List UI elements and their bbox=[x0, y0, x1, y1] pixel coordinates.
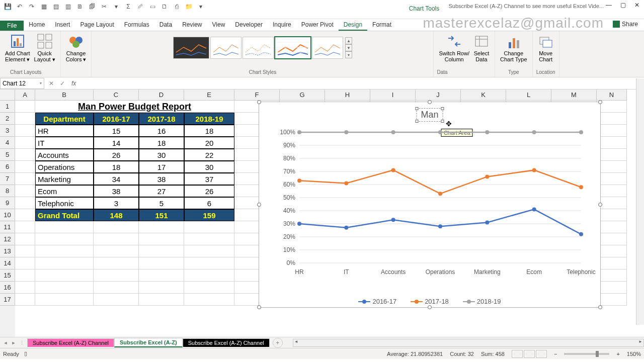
cell[interactable]: 18 bbox=[139, 137, 184, 149]
column-header[interactable]: D bbox=[139, 89, 184, 101]
qat-btn[interactable]: ␥ bbox=[135, 1, 146, 12]
cell[interactable] bbox=[184, 257, 234, 269]
cell[interactable] bbox=[15, 282, 35, 294]
redo-icon[interactable]: ↷ bbox=[26, 1, 37, 12]
cell[interactable] bbox=[597, 209, 627, 221]
row-header[interactable]: 7 bbox=[0, 173, 15, 185]
move-chart-button[interactable]: Move Chart bbox=[536, 32, 556, 63]
cell[interactable] bbox=[94, 294, 139, 306]
row-header[interactable]: 15 bbox=[0, 269, 15, 282]
cell[interactable]: Accounts bbox=[35, 149, 94, 161]
column-header[interactable]: M bbox=[551, 89, 597, 101]
column-header[interactable]: B bbox=[35, 89, 94, 101]
cell[interactable] bbox=[139, 257, 184, 269]
cell[interactable] bbox=[597, 173, 627, 185]
cell[interactable] bbox=[184, 233, 234, 245]
chart-legend[interactable]: 2016-17 2017-18 2018-19 bbox=[259, 298, 600, 305]
chart-title[interactable]: Man ✥ Chart Area bbox=[416, 108, 443, 122]
cell[interactable] bbox=[15, 161, 35, 173]
row-header[interactable]: 17 bbox=[0, 294, 15, 306]
cell[interactable] bbox=[597, 221, 627, 233]
row-header[interactable]: 13 bbox=[0, 245, 15, 257]
cell[interactable] bbox=[597, 113, 627, 125]
cell[interactable] bbox=[15, 125, 35, 137]
cell[interactable]: Ecom bbox=[35, 185, 94, 197]
cell[interactable]: 18 bbox=[94, 161, 139, 173]
embedded-chart[interactable]: Man ✥ Chart Area 0%10%20%30%40%50%60%70%… bbox=[259, 102, 601, 308]
share-button[interactable]: Share bbox=[609, 19, 642, 29]
legend-item[interactable]: 2016-17 bbox=[358, 298, 396, 305]
resize-handle[interactable] bbox=[428, 100, 432, 104]
ribbon-tab-view[interactable]: View bbox=[207, 20, 230, 31]
resize-handle[interactable] bbox=[257, 100, 261, 104]
cell[interactable]: 5 bbox=[139, 197, 184, 209]
row-header[interactable]: 14 bbox=[0, 257, 15, 269]
cell[interactable] bbox=[139, 221, 184, 233]
cell[interactable]: 17 bbox=[139, 161, 184, 173]
normal-view-icon[interactable] bbox=[512, 350, 523, 358]
column-header[interactable]: A bbox=[15, 89, 35, 101]
zoom-slider[interactable] bbox=[564, 353, 609, 355]
cell[interactable]: HR bbox=[35, 125, 94, 137]
cell[interactable]: 20 bbox=[184, 137, 234, 149]
cell[interactable] bbox=[94, 282, 139, 294]
cell[interactable]: 148 bbox=[94, 209, 139, 221]
column-header[interactable]: L bbox=[506, 89, 551, 101]
cell[interactable]: Man Power Budget Report bbox=[35, 101, 234, 113]
cell[interactable] bbox=[597, 233, 627, 245]
qat-btn[interactable]: 🗐 bbox=[87, 1, 98, 12]
chart-style-thumb[interactable] bbox=[210, 37, 242, 59]
cell[interactable] bbox=[139, 282, 184, 294]
cell[interactable] bbox=[94, 233, 139, 245]
cell[interactable] bbox=[597, 185, 627, 197]
cell[interactable]: 34 bbox=[94, 173, 139, 185]
cell[interactable]: 15 bbox=[94, 125, 139, 137]
change-chart-type-button[interactable]: Change Chart Type bbox=[498, 32, 529, 63]
resize-handle[interactable] bbox=[428, 305, 432, 309]
cell[interactable] bbox=[35, 245, 94, 257]
cell[interactable] bbox=[597, 149, 627, 161]
cell[interactable] bbox=[35, 221, 94, 233]
cell[interactable] bbox=[94, 257, 139, 269]
cell[interactable]: Department bbox=[35, 113, 94, 125]
cell[interactable] bbox=[597, 282, 627, 294]
resize-handle[interactable] bbox=[598, 203, 602, 207]
cell[interactable]: Grand Total bbox=[35, 209, 94, 221]
ribbon-tab-inquire[interactable]: Inquire bbox=[268, 20, 296, 31]
quick-layout-button[interactable]: Quick Layout ▾ bbox=[32, 32, 57, 63]
resize-handle[interactable] bbox=[598, 100, 602, 104]
add-chart-element-button[interactable]: Add Chart Element ▾ bbox=[3, 32, 32, 63]
cell[interactable] bbox=[15, 257, 35, 269]
chart-style-thumb[interactable] bbox=[275, 37, 311, 59]
chart-style-thumb[interactable] bbox=[312, 37, 343, 59]
scroll-up-icon[interactable]: ▲ bbox=[345, 37, 352, 44]
maximize-icon[interactable]: ▢ bbox=[616, 0, 630, 10]
cell[interactable] bbox=[94, 221, 139, 233]
row-header[interactable]: 11 bbox=[0, 221, 15, 233]
cell[interactable]: 16 bbox=[139, 125, 184, 137]
qat-btn[interactable]: ▾ bbox=[111, 1, 122, 12]
cell[interactable] bbox=[597, 269, 627, 282]
close-icon[interactable]: ✕ bbox=[630, 0, 644, 10]
undo-icon[interactable]: ↶ bbox=[14, 1, 25, 12]
cell[interactable] bbox=[94, 245, 139, 257]
cell[interactable]: 38 bbox=[94, 185, 139, 197]
row-header[interactable]: 2 bbox=[0, 113, 15, 125]
cell[interactable]: 26 bbox=[184, 185, 234, 197]
horizontal-scrollbar[interactable] bbox=[293, 339, 644, 347]
cell[interactable]: 151 bbox=[139, 209, 184, 221]
ribbon-tab-design[interactable]: Design bbox=[339, 20, 367, 31]
cell[interactable]: 6 bbox=[184, 197, 234, 209]
resize-handle[interactable] bbox=[257, 203, 261, 207]
cell[interactable] bbox=[597, 245, 627, 257]
chart-plot[interactable]: 0%10%20%30%40%50%60%70%80%90%100%HRITAcc… bbox=[269, 127, 596, 288]
cell[interactable] bbox=[139, 294, 184, 306]
confirm-formula-icon[interactable]: ✓ bbox=[57, 78, 67, 88]
cell[interactable] bbox=[15, 233, 35, 245]
column-header[interactable]: C bbox=[94, 89, 139, 101]
row-header[interactable]: 4 bbox=[0, 137, 15, 149]
cell[interactable] bbox=[597, 294, 627, 306]
qat-dropdown-icon[interactable]: ▾ bbox=[195, 1, 206, 12]
qat-btn[interactable]: 📁 bbox=[183, 1, 194, 12]
zoom-out-icon[interactable]: − bbox=[554, 351, 557, 357]
